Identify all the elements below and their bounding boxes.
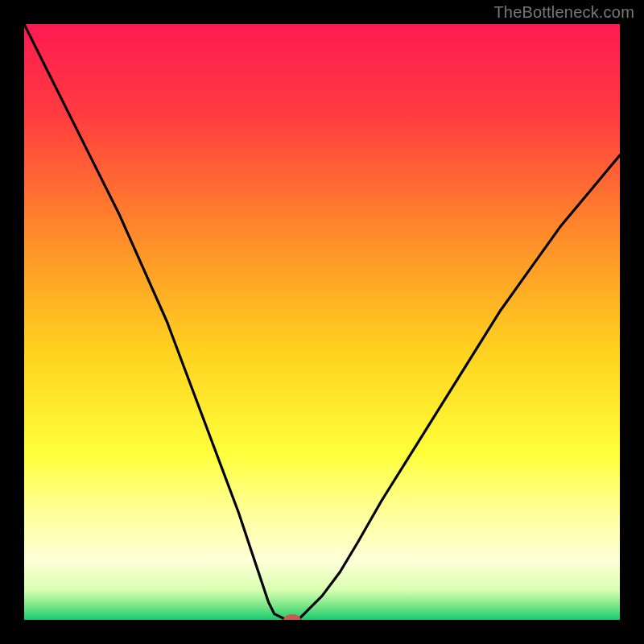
plot-background bbox=[24, 24, 620, 620]
watermark-text: TheBottleneck.com bbox=[493, 3, 634, 22]
bottleneck-chart bbox=[24, 24, 620, 620]
chart-frame: TheBottleneck.com bbox=[0, 0, 644, 644]
